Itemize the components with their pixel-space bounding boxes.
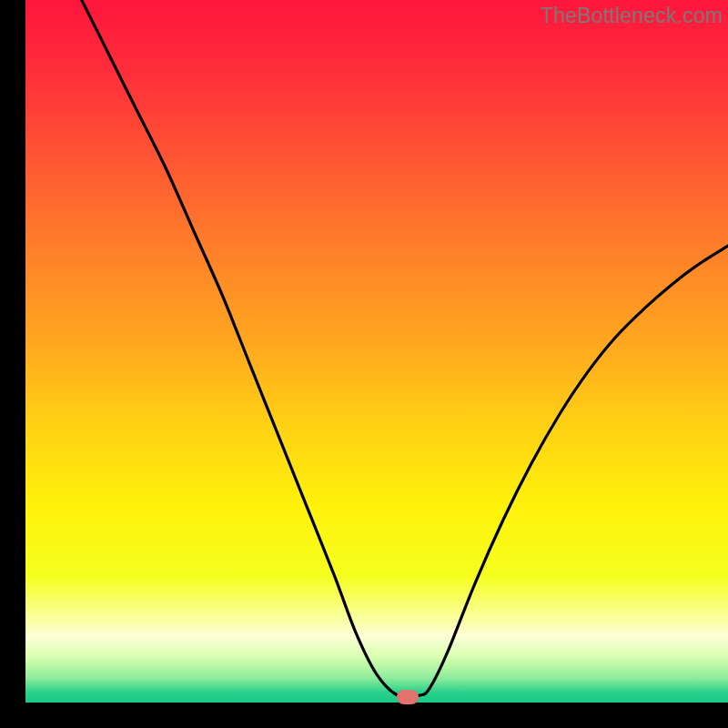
- chart-stage: TheBottleneck.com: [0, 0, 728, 728]
- watermark-label: TheBottleneck.com: [541, 4, 723, 28]
- plot-area: TheBottleneck.com: [25, 0, 728, 703]
- optimal-point-marker: [397, 690, 419, 704]
- bottleneck-curve: [25, 0, 728, 703]
